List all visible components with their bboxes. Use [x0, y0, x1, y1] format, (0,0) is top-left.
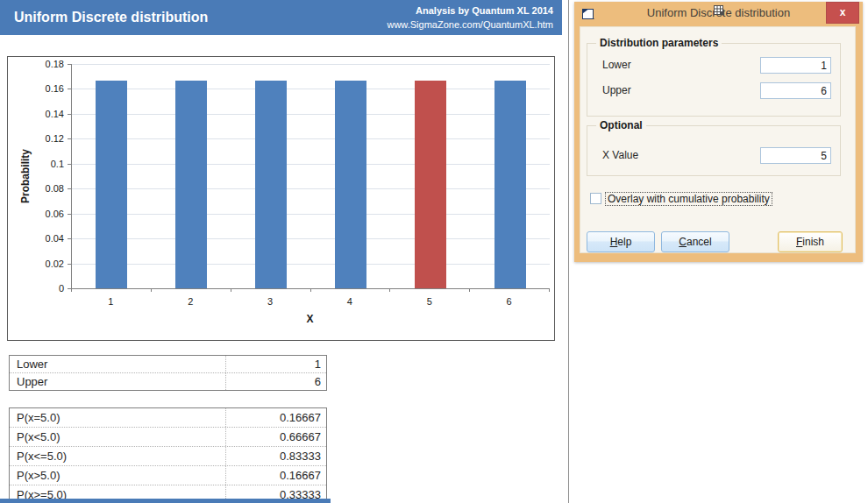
parameter-row-value: 6 — [225, 373, 326, 390]
group-optional: Optional X Value — [587, 125, 841, 176]
y-tick-mark — [68, 264, 71, 265]
close-button[interactable]: x — [826, 2, 859, 24]
plot-area — [71, 64, 550, 289]
parameter-row: Upper6 — [10, 372, 326, 390]
close-icon: x — [840, 6, 846, 18]
credit-block: Analysis by Quantum XL 2014 www.SigmaZon… — [387, 4, 553, 32]
y-tick-label: 0.06 — [20, 208, 64, 220]
gridline — [72, 89, 550, 89]
finish-button[interactable]: Finish — [778, 231, 843, 252]
y-tick-mark — [68, 138, 71, 139]
probability-row-value: 0.16667 — [225, 466, 326, 485]
form-icon — [582, 8, 594, 24]
gridline — [72, 188, 550, 189]
gridline — [72, 238, 550, 239]
y-tick-label: 0.04 — [20, 232, 64, 244]
group-legend: Optional — [596, 119, 646, 131]
bar-x1 — [96, 81, 127, 288]
y-tick-label: 0.02 — [20, 258, 64, 270]
probability-row-value: 0.66667 — [225, 428, 326, 446]
gridline — [72, 114, 550, 115]
probability-row: P(x>5.0)0.16667 — [10, 465, 326, 485]
gridline — [72, 264, 550, 265]
y-tick-mark — [68, 64, 71, 65]
probability-row-label: P(x<5.0) — [10, 430, 225, 443]
lower-field-label: Lower — [602, 59, 631, 71]
xvalue-input[interactable] — [760, 147, 831, 164]
x-tick-mark — [469, 288, 470, 292]
probability-row: P(x=5.0)0.16667 — [10, 408, 326, 427]
probability-row: P(x<=5.0)0.83333 — [10, 446, 326, 465]
xvalue-field-label: X Value — [602, 149, 638, 161]
bar-x3 — [255, 81, 287, 288]
x-tick-mark — [151, 288, 152, 292]
x-tick-label: 5 — [389, 295, 469, 308]
grid-cursor-icon — [713, 4, 725, 20]
report-header: Uniform Discrete distribution Analysis b… — [0, 0, 562, 35]
upper-input[interactable] — [760, 82, 831, 99]
parameter-row-label: Upper — [10, 375, 225, 388]
credit-line: Analysis by Quantum XL 2014 — [387, 4, 553, 18]
x-tick-mark — [71, 288, 72, 292]
parameter-row-value: 1 — [225, 356, 326, 372]
probability-row-label: P(x<=5.0) — [10, 450, 225, 463]
x-tick-mark — [310, 288, 311, 292]
x-tick-label: 4 — [310, 295, 390, 308]
x-tick-label: 2 — [151, 295, 231, 308]
probability-table: P(x=5.0)0.16667P(x<5.0)0.66667P(x<=5.0)0… — [9, 407, 327, 503]
x-tick-label: 6 — [469, 295, 549, 308]
probability-row: P(x<5.0)0.66667 — [10, 427, 326, 446]
parameter-row: Lower1 — [10, 356, 326, 372]
probability-bar-chart: Probability X 00.020.040.060.080.10.120.… — [7, 56, 555, 341]
y-tick-mark — [68, 89, 71, 89]
gridline — [72, 164, 550, 165]
group-legend: Distribution parameters — [596, 37, 722, 49]
y-tick-mark — [68, 164, 71, 165]
y-tick-label: 0.16 — [20, 82, 64, 95]
y-tick-label: 0.1 — [20, 158, 64, 170]
parameter-row-label: Lower — [10, 358, 225, 371]
y-tick-label: 0.14 — [20, 108, 64, 120]
page-title: Uniform Discrete distribution — [14, 0, 208, 35]
bar-x5 — [415, 81, 446, 288]
y-tick-label: 0.08 — [20, 182, 64, 195]
credit-url: www.SigmaZone.com/QuantumXL.htm — [387, 18, 553, 32]
dialog-titlebar[interactable]: Uniform Discrete distribution x — [574, 2, 863, 26]
gridline — [72, 138, 550, 139]
x-tick-mark — [231, 288, 231, 292]
parameter-table: Lower1Upper6 — [9, 355, 327, 391]
overlay-checkbox-row: Overlay with cumulative probability — [590, 192, 772, 205]
x-axis-label: X — [71, 313, 549, 325]
panel-divider — [568, 0, 569, 503]
dialog-body: Distribution parameters Lower Upper Opti… — [580, 26, 856, 253]
y-tick-label: 0.18 — [20, 58, 64, 70]
overlay-checkbox-label[interactable]: Overlay with cumulative probability — [605, 192, 772, 206]
overlay-checkbox[interactable] — [590, 193, 601, 204]
y-tick-mark — [68, 188, 71, 189]
help-button[interactable]: Help — [587, 231, 655, 252]
bar-x2 — [175, 81, 207, 288]
x-tick-mark — [549, 288, 550, 292]
upper-field-label: Upper — [602, 84, 631, 96]
y-tick-mark — [68, 214, 71, 215]
x-tick-label: 1 — [71, 295, 151, 308]
lower-input[interactable] — [760, 57, 831, 74]
x-tick-label: 3 — [231, 295, 310, 308]
x-tick-mark — [389, 288, 390, 292]
gridline — [72, 64, 550, 65]
distribution-dialog: Uniform Discrete distribution x — [574, 2, 863, 262]
bar-x4 — [335, 81, 366, 288]
probability-row-value: 0.83333 — [225, 447, 326, 465]
probability-row-value: 0.16667 — [225, 408, 326, 427]
bar-x6 — [494, 81, 526, 288]
y-tick-label: 0 — [20, 282, 64, 294]
probability-row-label: P(x>5.0) — [10, 469, 225, 482]
cancel-button[interactable]: Cancel — [661, 231, 729, 252]
gridline — [72, 214, 550, 215]
next-section-header-strip — [0, 499, 331, 503]
y-tick-mark — [68, 114, 71, 115]
y-tick-mark — [68, 238, 71, 239]
y-tick-label: 0.12 — [20, 132, 64, 145]
group-distribution-parameters: Distribution parameters Lower Upper — [587, 43, 841, 117]
probability-row-label: P(x=5.0) — [10, 411, 225, 424]
